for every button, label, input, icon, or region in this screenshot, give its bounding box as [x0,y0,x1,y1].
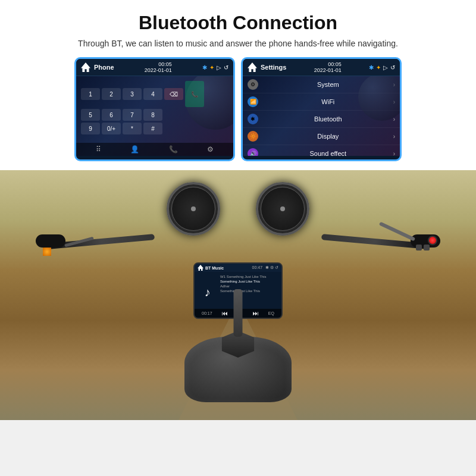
phone-time: 00:05 2022-01-01 [145,61,172,73]
settings-header-icons: ✱ ✦ ▷ ↺ [369,64,395,71]
settings-time: 00:05 2022-01-01 [314,61,342,73]
sound-arrow: › [393,151,395,156]
fuel-tank [184,337,292,402]
ctrl-btn-1[interactable] [416,245,422,250]
settings-home-icon[interactable] [248,62,257,72]
music-track-list: W1 Something Just Like This Something Ju… [220,274,279,311]
bt-header-right: 00:47 ✱ ⚙ ↺ [252,265,278,270]
bt-settings-icon: ⚙ [270,265,274,270]
call-icon[interactable]: 📞 [169,145,178,154]
screens-row: Phone 00:05 2022-01-01 ✱ ✦ ▷ ↺ [18,57,458,161]
settings-vol-icon: ▷ [383,64,388,71]
key-7[interactable]: 7 [123,109,142,121]
right-brake-lever [379,222,415,242]
gauge-spacer [232,182,244,236]
key-3[interactable]: 3 [123,88,142,100]
top-section: Bluetooth Connection Through BT, we can … [0,0,476,170]
left-gauge [167,182,220,236]
settings-screen: Settings 00:05 2022-01-01 ✱ ✦ ▷ ↺ [241,57,402,161]
settings-title: Settings [261,64,286,71]
bluetooth-settings-icon: ✱ [248,114,258,124]
left-grip [36,234,65,248]
gauges [167,182,309,236]
grid-icon[interactable]: ⠿ [96,145,101,154]
ctrl-btn-2[interactable] [424,245,430,250]
key-4[interactable]: 4 [143,88,162,100]
settings-header: Settings 00:05 2022-01-01 ✱ ✦ ▷ ↺ [243,59,400,76]
motorcycle-section: BT Music 00:47 ✱ ⚙ ↺ ♪ W1 Something Just… [0,170,476,420]
orange-control [43,248,51,256]
settings-icon[interactable]: ⚙ [207,145,214,154]
key-6[interactable]: 6 [102,109,121,121]
key-2[interactable]: 2 [102,88,121,100]
bt-home-icon [198,265,203,271]
volume-icon: ▷ [217,64,221,71]
phone-header: Phone 00:05 2022-01-01 ✱ ✦ ▷ ↺ [76,59,233,76]
settings-sun-icon: ✦ [376,64,381,71]
sound-label: Sound effect [263,150,393,156]
display-label: Display [263,133,393,140]
settings-item-display[interactable]: 🔆 Display › [243,128,400,145]
key-1[interactable]: 1 [81,88,100,100]
key-9[interactable]: 9 [81,123,100,134]
display-arrow: › [393,133,395,140]
bt-icon-small: ✱ [265,265,269,270]
left-center [191,206,196,211]
bt-back-icon[interactable]: ↺ [275,265,278,270]
key-star[interactable]: * [123,123,142,134]
phone-bottom-bar: ⠿ 👤 📞 ⚙ [76,143,233,156]
sound-icon: 🔊 [248,148,258,156]
right-gauge [256,182,309,236]
page-subtitle: Through BT, we can listen to music and a… [18,39,458,48]
key-hash[interactable]: # [143,123,162,134]
phone-bg: 1 2 3 4 ⌫ 📞 5 6 7 8 [76,76,233,156]
track-3[interactable]: Adher [220,284,279,289]
home-icon[interactable] [81,62,90,72]
brightness-icon: ✦ [209,64,214,71]
bt-header: BT Music 00:47 ✱ ⚙ ↺ [195,264,281,272]
bt-time: 00:47 [252,265,263,270]
right-center [280,206,285,211]
bt-time-display: 00:17 [202,311,212,315]
steering-stem [234,289,243,337]
key-0[interactable]: 0/+ [102,123,121,134]
back-icon[interactable]: ↺ [224,64,228,71]
key-5[interactable]: 5 [81,109,100,121]
track-1[interactable]: W1 Something Just Like This [220,274,279,279]
right-controls [416,245,430,250]
key-delete[interactable]: ⌫ [164,88,183,100]
settings-bt-icon: ✱ [369,64,374,71]
red-button[interactable] [428,236,437,245]
phone-screen: Phone 00:05 2022-01-01 ✱ ✦ ▷ ↺ [74,57,235,161]
display-icon: 🔆 [248,131,258,142]
settings-bg: ⚙ System › 📶 WiFi › ✱ Bluetooth › [243,76,400,156]
bluetooth-icon: ✱ [202,64,207,71]
phone-keypad: 1 2 3 4 ⌫ 📞 5 6 7 8 [76,76,233,139]
prev-button[interactable]: ⏮ [222,310,228,317]
track-4[interactable]: Something Just Like This [220,289,279,293]
settings-back-icon[interactable]: ↺ [390,64,395,71]
bt-screen-title: BT Music [205,266,224,270]
key-8[interactable]: 8 [143,109,162,121]
track-2[interactable]: Something Just Like This [220,279,279,284]
eq-button[interactable]: EQ [268,311,274,315]
music-note-icon: ♪ [197,274,218,311]
system-icon: ⚙ [248,79,258,90]
key-call[interactable]: 📞 [185,81,204,107]
settings-item-sound[interactable]: 🔊 Sound effect › [243,145,400,156]
phone-title: Phone [94,64,114,71]
page-title: Bluetooth Connection [18,12,458,34]
next-button[interactable]: ⏭ [253,310,259,317]
phone-header-icons: ✱ ✦ ▷ ↺ [202,64,228,71]
wifi-icon: 📶 [248,96,258,107]
contact-icon[interactable]: 👤 [130,145,139,154]
